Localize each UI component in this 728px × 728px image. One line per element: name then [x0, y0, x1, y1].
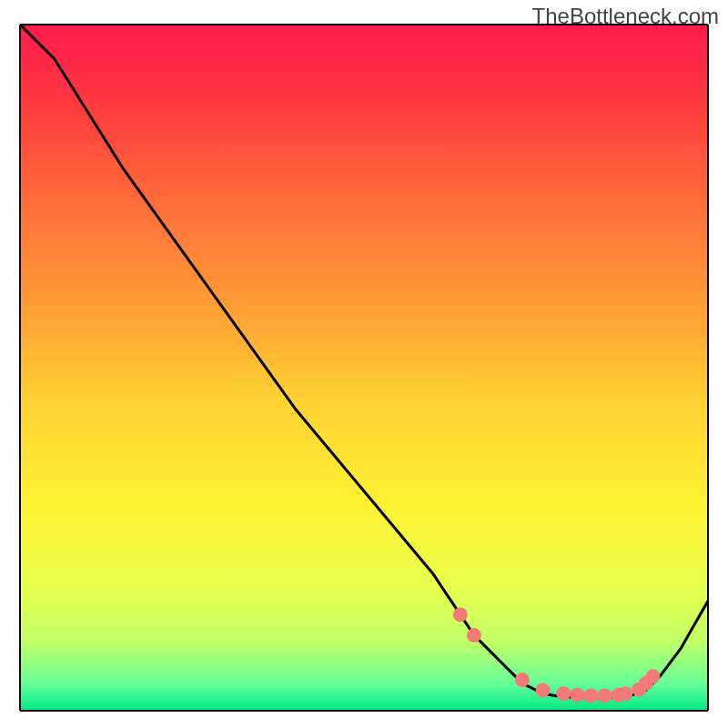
data-marker [646, 669, 661, 683]
data-marker [570, 688, 584, 703]
chart-container: { "watermark": "TheBottleneck.com", "cha… [0, 0, 728, 728]
data-marker [618, 686, 632, 701]
data-marker [453, 607, 468, 622]
watermark-text: TheBottleneck.com [532, 4, 719, 29]
data-marker [556, 686, 571, 701]
data-marker [515, 672, 530, 687]
plot-background [20, 25, 708, 711]
data-marker [467, 628, 481, 642]
data-marker [598, 688, 612, 703]
data-marker [536, 682, 551, 697]
data-marker [583, 688, 598, 703]
bottleneck-chart [0, 0, 728, 728]
